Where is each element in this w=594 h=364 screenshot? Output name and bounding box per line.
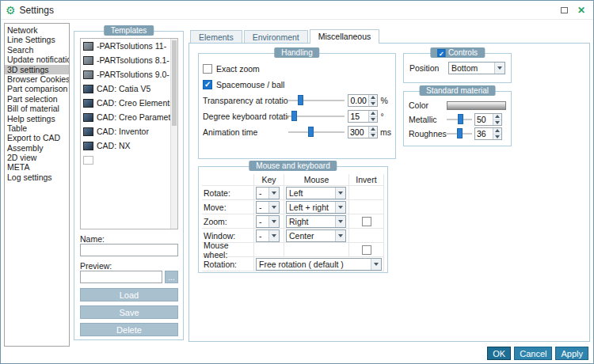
template-item[interactable]: -PARTsolutions 11- xyxy=(81,39,177,53)
templates-list[interactable]: -PARTsolutions 11- -PARTsolutions 8.1- -… xyxy=(80,38,178,229)
degree-value-input[interactable] xyxy=(348,111,368,122)
template-item[interactable]: -PARTsolutions 8.1- xyxy=(81,53,177,67)
template-item-label: -PARTsolutions 9.0- xyxy=(97,70,169,79)
move-mouse-dropdown[interactable]: Left + right xyxy=(286,201,346,214)
chevron-down-icon[interactable] xyxy=(335,188,345,199)
maximize-button[interactable] xyxy=(561,7,568,13)
position-dropdown[interactable]: Bottom xyxy=(448,62,505,74)
delete-button[interactable]: Delete xyxy=(80,323,178,336)
sidebar-item-browser-cookies[interactable]: Browser Cookies xyxy=(5,74,69,84)
slider-handle[interactable] xyxy=(298,95,303,105)
load-button[interactable]: Load xyxy=(80,288,178,301)
template-item[interactable]: CAD: Creo Elements/Direc xyxy=(81,96,177,110)
spacemouse-checkbox[interactable] xyxy=(203,80,212,89)
metallic-value-input[interactable] xyxy=(475,114,493,125)
move-key-dropdown[interactable]: - xyxy=(256,201,280,214)
template-item[interactable]: CAD: Creo Parametric xyxy=(81,110,177,124)
tab-miscellaneous[interactable]: Miscellaneous xyxy=(310,29,380,44)
chevron-down-icon[interactable] xyxy=(494,63,505,74)
sidebar-item-help-settings[interactable]: Help settings xyxy=(5,114,69,123)
tab-elements[interactable]: Elements xyxy=(190,30,242,44)
position-value: Bottom xyxy=(449,63,494,74)
window-key-dropdown[interactable]: - xyxy=(256,229,280,242)
chevron-down-icon[interactable] xyxy=(268,216,279,227)
zoom-invert-checkbox[interactable] xyxy=(362,217,371,226)
sidebar-item-meta[interactable]: META xyxy=(5,162,69,172)
window-mouse-dropdown[interactable]: Center xyxy=(286,229,346,242)
roughness-slider[interactable] xyxy=(447,128,472,139)
roughness-value-input[interactable] xyxy=(475,128,493,139)
animation-spinner xyxy=(348,126,378,138)
chevron-down-icon[interactable] xyxy=(335,216,345,227)
transparency-slider[interactable] xyxy=(288,95,345,106)
column-header-invert: Invert xyxy=(349,174,384,186)
slider-handle[interactable] xyxy=(458,114,463,124)
rotation-dropdown[interactable]: Free rotation ( default ) xyxy=(256,258,382,271)
scrollbar-thumb[interactable] xyxy=(172,40,177,126)
zoom-key-dropdown[interactable]: - xyxy=(256,215,280,228)
sidebar-item-export-to-cad[interactable]: Export to CAD xyxy=(5,133,69,142)
mouse-keyboard-group: Mouse and keyboard Key Mouse Invert Rota… xyxy=(198,166,388,273)
animation-value-input[interactable] xyxy=(348,127,368,138)
sidebar-item-update-notification[interactable]: Update notification xyxy=(5,55,69,64)
template-item[interactable]: CAD: NX xyxy=(81,138,177,153)
templates-group-label: Templates xyxy=(111,25,147,36)
chevron-down-icon[interactable] xyxy=(268,230,279,241)
controls-checkbox[interactable] xyxy=(437,49,445,57)
rotate-key-dropdown[interactable]: - xyxy=(256,187,280,199)
chevron-down-icon[interactable] xyxy=(371,259,381,270)
browse-button[interactable]: ... xyxy=(165,271,178,283)
rotate-mouse-dropdown[interactable]: Left xyxy=(286,187,346,199)
sidebar-item-network[interactable]: Network xyxy=(5,25,69,35)
standard-material-group: Standard material Color Metallic xyxy=(403,91,512,146)
transparency-value-input[interactable] xyxy=(348,95,368,106)
slider-handle[interactable] xyxy=(457,128,463,138)
sidebar-item-part-selection[interactable]: Part selection xyxy=(5,94,69,104)
sidebar-item-search[interactable]: Search xyxy=(5,45,69,55)
cancel-button[interactable]: Cancel xyxy=(514,347,552,360)
sidebar-item-line-settings[interactable]: Line Settings xyxy=(5,35,69,44)
spin-down-icon[interactable] xyxy=(369,100,377,107)
template-item[interactable]: CAD: Catia V5 xyxy=(81,82,177,96)
template-item[interactable]: -PARTsolutions 9.0- xyxy=(81,67,177,82)
monitor-icon xyxy=(83,70,93,79)
degree-slider[interactable] xyxy=(288,111,345,122)
slider-handle[interactable] xyxy=(308,127,314,137)
animation-slider[interactable] xyxy=(288,127,345,138)
chevron-down-icon[interactable] xyxy=(335,202,345,213)
exact-zoom-checkbox[interactable] xyxy=(203,64,212,74)
templates-scrollbar[interactable] xyxy=(170,39,177,229)
name-input[interactable] xyxy=(80,244,178,256)
chevron-down-icon[interactable] xyxy=(268,188,279,199)
apply-button[interactable]: Apply xyxy=(555,347,588,360)
sidebar-item-3d-settings[interactable]: 3D settings xyxy=(5,65,69,74)
mouse-wheel-invert-checkbox[interactable] xyxy=(362,245,371,255)
sidebar-item-2d-view[interactable]: 2D view xyxy=(5,153,69,162)
preview-input[interactable] xyxy=(80,271,162,283)
slider-handle[interactable] xyxy=(291,111,297,121)
template-item[interactable]: CAD: Inventor xyxy=(81,124,177,138)
window-invert-cell xyxy=(349,229,384,243)
sidebar-item-log-settings[interactable]: Log settings xyxy=(5,173,69,182)
color-swatch[interactable] xyxy=(447,101,506,110)
spin-down-icon[interactable] xyxy=(493,119,501,126)
transparency-label: Transparency at rotation xyxy=(203,96,288,105)
ok-button[interactable]: OK xyxy=(487,347,511,360)
sidebar-item-part-comparison[interactable]: Part comparison xyxy=(5,84,69,93)
save-button[interactable]: Save xyxy=(80,305,178,319)
metallic-slider[interactable] xyxy=(447,114,472,125)
chevron-down-icon[interactable] xyxy=(268,202,279,213)
sidebar-item-table[interactable]: Table xyxy=(5,123,69,133)
sidebar-item-bill-of-material[interactable]: Bill of material xyxy=(5,104,69,113)
roughness-label: Roughness xyxy=(409,129,447,138)
template-item[interactable] xyxy=(81,153,177,167)
spin-down-icon[interactable] xyxy=(369,132,377,138)
exact-zoom-label: Exact zoom xyxy=(216,64,260,74)
close-button[interactable]: ✕ xyxy=(577,5,585,16)
chevron-down-icon[interactable] xyxy=(335,230,345,241)
spin-down-icon[interactable] xyxy=(493,134,501,140)
tab-environment[interactable]: Environment xyxy=(244,30,308,44)
zoom-mouse-dropdown[interactable]: Right xyxy=(286,215,346,228)
spin-down-icon[interactable] xyxy=(369,116,377,123)
sidebar-item-assembly[interactable]: Assembly xyxy=(5,143,69,153)
